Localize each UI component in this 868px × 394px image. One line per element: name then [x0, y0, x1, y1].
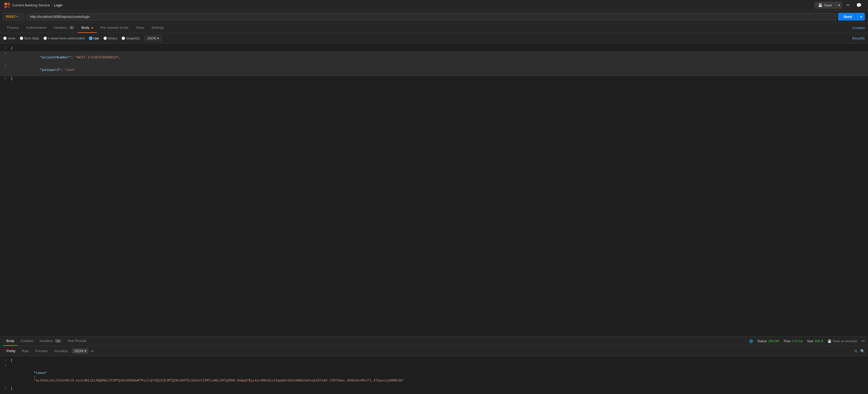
tab-pre-request[interactable]: Pre-request Script	[97, 23, 132, 33]
headers-badge: 8	[69, 26, 74, 30]
view-tab-raw[interactable]: Raw	[19, 347, 32, 354]
save-icon: 💾	[818, 3, 823, 7]
code-line-3: 3 "password": "xxx"	[0, 64, 868, 76]
radio-binary-input[interactable]	[103, 36, 107, 40]
wrap-icon[interactable]: ⇌	[91, 349, 94, 353]
breadcrumb-parent[interactable]: Current Banking Service	[12, 3, 50, 7]
size-value: 626 B	[815, 339, 823, 343]
response-json-chevron-icon: ▾	[85, 349, 86, 353]
body-options: none form-data x-www-form-urlencoded raw…	[0, 33, 868, 44]
view-tabs: Pretty Raw Preview Visualize JSON ▾ ⇌ ⧉ …	[0, 346, 868, 356]
resp-line-content-2: "token" : "eyJhbGciOiJIUzUxMiJ9.eyJzdWIi…	[11, 364, 868, 386]
indent-2	[31, 56, 40, 59]
tab-tests[interactable]: Tests	[132, 23, 148, 33]
save-example-label: Save as example	[833, 339, 857, 343]
breadcrumb-current: Login	[54, 3, 63, 7]
search-response-button[interactable]: 🔍	[860, 349, 865, 353]
indent-3	[31, 68, 40, 72]
method-chevron-icon: ▾	[17, 15, 18, 18]
radio-graphql[interactable]: GraphQL	[122, 36, 140, 40]
url-input[interactable]	[27, 13, 836, 21]
colon-2: :	[71, 56, 75, 59]
radio-none[interactable]: none	[3, 36, 16, 40]
globe-icon: 🌐	[749, 339, 753, 343]
main-content: POST ▾ Send ▾ Params Authorization Heade…	[0, 11, 868, 394]
method-label: POST	[6, 15, 16, 19]
response-tab-test-results[interactable]: Test Results	[64, 336, 90, 346]
response-json-label: JSON	[74, 349, 84, 353]
radio-raw-label: raw	[94, 36, 99, 40]
body-dot	[91, 27, 93, 29]
save-example-button[interactable]: 💾 Save as example	[828, 339, 857, 343]
radio-binary[interactable]: binary	[103, 36, 117, 40]
response-tab-cookies[interactable]: Cookies	[18, 336, 36, 346]
radio-raw[interactable]: raw	[89, 36, 99, 40]
radio-urlencoded[interactable]: x-www-form-urlencoded	[43, 36, 85, 40]
save-dropdown-button[interactable]: ▾	[836, 2, 842, 9]
view-tab-visualize[interactable]: Visualize	[51, 347, 71, 354]
radio-form-data[interactable]: form-data	[20, 36, 39, 40]
radio-graphql-input[interactable]	[122, 36, 125, 40]
cookies-link[interactable]: Cookies	[852, 26, 865, 30]
response-area: Body Cookies Headers 14 Test Results 🌐 S…	[0, 336, 868, 394]
copy-response-button[interactable]: ⧉	[855, 349, 857, 353]
response-tab-headers[interactable]: Headers 14	[36, 336, 64, 346]
top-bar: Current Banking Service / Login 💾 Save ▾…	[0, 0, 868, 11]
send-button[interactable]: Send	[838, 13, 857, 21]
resp-line-3: 3 }	[0, 387, 868, 392]
radio-urlencoded-input[interactable]	[43, 36, 47, 40]
status-value: 200 OK	[768, 339, 779, 343]
line-content-2: "accountNumber": "ACCT-17146754800013",	[11, 52, 868, 63]
line-content-3: "password": "xxx"	[11, 64, 868, 76]
edit-button[interactable]: ✏	[844, 2, 852, 9]
tab-body[interactable]: Body	[78, 23, 97, 33]
tab-params[interactable]: Params	[3, 23, 23, 33]
response-tab-body[interactable]: Body	[3, 336, 18, 346]
url-bar: POST ▾ Send ▾	[0, 11, 868, 23]
send-dropdown-button[interactable]: ▾	[857, 13, 865, 21]
svg-rect-3	[7, 6, 10, 8]
save-icon-small: 💾	[828, 339, 832, 343]
time-value: 172 ms	[792, 339, 803, 343]
breadcrumb-separator: /	[52, 3, 53, 7]
editor-section: 1 { 2 "accountNumber": "ACCT-17146754800…	[0, 44, 868, 394]
key-password: "password"	[40, 68, 61, 72]
radio-binary-label: binary	[108, 36, 117, 40]
beautify-button[interactable]: Beautify	[852, 36, 865, 40]
code-line-1: 1 {	[0, 46, 868, 51]
resp-line-number-3: 3	[0, 387, 11, 391]
radio-form-data-label: form-data	[24, 36, 39, 40]
line-number-2: 2	[0, 52, 11, 56]
resp-line-2: 2 "token" : "eyJhbGciOiJIUzUxMiJ9.eyJzdW…	[0, 364, 868, 387]
radio-none-input[interactable]	[3, 36, 7, 40]
code-editor[interactable]: 1 { 2 "accountNumber": "ACCT-17146754800…	[0, 44, 868, 336]
request-tabs: Params Authorization Headers 8 Body Pre-…	[0, 23, 868, 33]
response-tabs: Body Cookies Headers 14 Test Results 🌐 S…	[0, 336, 868, 346]
value-accountNumber: "ACCT-17146754800013"	[75, 56, 119, 59]
resp-line-content-1: {	[11, 359, 12, 362]
radio-graphql-label: GraphQL	[126, 36, 140, 40]
view-tab-preview[interactable]: Preview	[32, 347, 51, 354]
save-button[interactable]: 💾 Save	[814, 2, 836, 9]
line-content-1: {	[11, 46, 868, 50]
resp-line-number-2: 2	[0, 364, 11, 368]
line-number-3: 3	[0, 64, 11, 68]
svg-rect-2	[4, 6, 7, 8]
response-json-format-select[interactable]: JSON ▾	[72, 348, 89, 354]
line-content-4: }	[11, 77, 868, 81]
line-number-1: 1	[0, 46, 11, 50]
comment-button[interactable]: 💬	[854, 2, 864, 9]
tab-settings[interactable]: Settings	[148, 23, 168, 33]
json-format-select[interactable]: JSON ▾	[145, 35, 161, 41]
radio-form-data-input[interactable]	[20, 36, 23, 40]
top-bar-right: 💾 Save ▾ ✏ 💬	[814, 2, 864, 9]
response-status: 🌐 Status: 200 OK Time: 172 ms Size: 626 …	[749, 339, 865, 343]
method-select[interactable]: POST ▾	[3, 13, 25, 21]
radio-raw-input[interactable]	[89, 36, 93, 40]
view-tab-pretty[interactable]: Pretty	[3, 347, 19, 354]
line-number-4: 4	[0, 77, 11, 81]
more-button[interactable]: •••	[861, 339, 865, 343]
tab-headers[interactable]: Headers 8	[51, 23, 78, 33]
response-icons: ⧉ 🔍	[855, 349, 865, 353]
tab-authorization[interactable]: Authorization	[23, 23, 51, 33]
